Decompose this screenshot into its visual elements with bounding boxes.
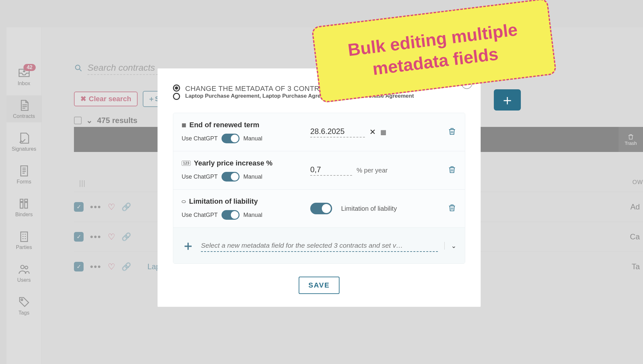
bulk-edit-modal: ✕ CHANGE THE METADATA OF 3 CONTRACTS Lap…: [158, 68, 481, 307]
add-field-button[interactable]: ＋: [182, 237, 195, 254]
remove-field-button[interactable]: [448, 165, 457, 176]
add-button[interactable]: ＋: [494, 89, 521, 111]
gpt-label: Use ChatGPT: [182, 212, 218, 218]
radio-group: [173, 84, 180, 100]
manual-label: Manual: [243, 173, 262, 180]
clear-icon[interactable]: ✕: [369, 128, 376, 137]
metadata-field-select[interactable]: [201, 240, 438, 252]
add-metadata-row: ＋ ⌄: [173, 228, 465, 263]
manual-toggle[interactable]: [222, 134, 240, 143]
metadata-list: ▦ End of renewed term Use ChatGPT Manual…: [173, 113, 465, 264]
boolean-label: Limitation of liability: [341, 205, 397, 212]
number-input[interactable]: [310, 165, 352, 176]
remove-field-button[interactable]: [448, 203, 457, 214]
metadata-row-number: 123 Yearly price increase % Use ChatGPT …: [173, 151, 465, 190]
field-label: ▦ End of renewed term: [182, 121, 310, 129]
save-button[interactable]: SAVE: [299, 277, 339, 294]
gpt-label: Use ChatGPT: [182, 173, 218, 180]
field-label: ⬭ Limitation of liability: [182, 197, 310, 206]
dropdown-chevron-icon[interactable]: ⌄: [444, 242, 457, 250]
radio-empty-icon[interactable]: [173, 93, 180, 100]
remove-field-button[interactable]: [448, 127, 457, 138]
boolean-toggle[interactable]: [310, 203, 332, 214]
radio-filled-icon[interactable]: [173, 84, 180, 92]
toggle-icon: ⬭: [182, 199, 186, 204]
manual-toggle[interactable]: [222, 172, 240, 182]
metadata-row-bool: ⬭ Limitation of liability Use ChatGPT Ma…: [173, 190, 465, 228]
unit-suffix: % per year: [357, 167, 388, 174]
manual-label: Manual: [243, 212, 262, 218]
date-input[interactable]: [310, 127, 365, 138]
number-icon: 123: [182, 161, 191, 166]
metadata-row-date: ▦ End of renewed term Use ChatGPT Manual…: [173, 113, 465, 151]
calendar-picker-icon[interactable]: ▦: [380, 128, 386, 136]
calendar-icon: ▦: [182, 122, 186, 128]
manual-label: Manual: [243, 135, 262, 142]
gpt-label: Use ChatGPT: [182, 135, 218, 142]
field-label: 123 Yearly price increase %: [182, 159, 310, 167]
manual-toggle[interactable]: [222, 210, 240, 220]
